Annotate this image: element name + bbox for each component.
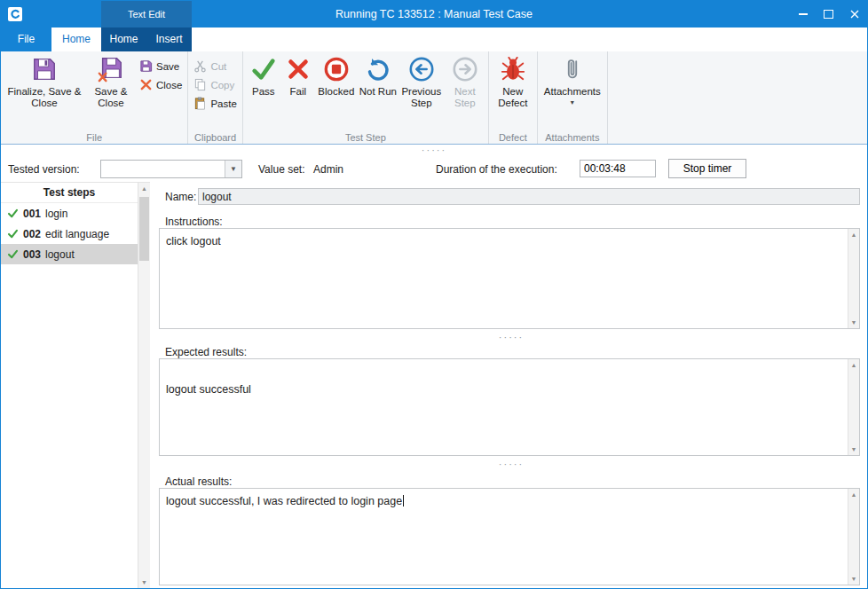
steps-scrollbar[interactable]: ▲ ▼ bbox=[138, 183, 150, 588]
name-label: Name: bbox=[165, 191, 196, 203]
app-window: Running TC 133512 : Manual Test Case Tex… bbox=[0, 0, 868, 589]
save-icon bbox=[139, 59, 153, 73]
scroll-down-arrow-icon[interactable]: ▼ bbox=[138, 579, 150, 585]
attachments-dropdown-arrow-icon[interactable]: ▾ bbox=[571, 99, 574, 106]
not-run-button[interactable]: Not Run bbox=[358, 54, 398, 98]
expected-results-scrollbar[interactable]: ▲ ▼ bbox=[848, 359, 859, 455]
next-step-button: Next Step bbox=[445, 54, 485, 109]
passed-check-icon bbox=[7, 248, 19, 260]
test-step-group-label: Test Step bbox=[243, 132, 488, 143]
scroll-up-arrow-icon[interactable]: ▲ bbox=[138, 185, 150, 192]
instructions-scrollbar[interactable]: ▲ ▼ bbox=[848, 229, 859, 328]
chevron-down-icon: ▼ bbox=[230, 165, 237, 173]
scroll-down-arrow-icon[interactable]: ▼ bbox=[848, 319, 859, 326]
paste-button[interactable]: Paste bbox=[191, 94, 239, 113]
stop-timer-button[interactable]: Stop timer bbox=[668, 159, 746, 178]
instructions-label: Instructions: bbox=[165, 216, 223, 228]
save-close-icon bbox=[98, 56, 124, 82]
blocked-button[interactable]: Blocked bbox=[315, 54, 358, 98]
actual-results-label: Actual results: bbox=[165, 475, 232, 488]
save-close-button[interactable]: Save & Close bbox=[85, 54, 137, 109]
text-cursor bbox=[403, 495, 404, 507]
test-steps-panel: Test steps 001 login 002 edit language 0… bbox=[1, 182, 150, 588]
not-run-reset-icon bbox=[365, 56, 391, 82]
maximize-button[interactable] bbox=[816, 1, 841, 27]
scroll-up-arrow-icon[interactable]: ▲ bbox=[848, 491, 859, 498]
duration-label: Duration of the execution: bbox=[436, 163, 557, 176]
blocked-stop-icon bbox=[323, 56, 350, 82]
close-button[interactable]: Close bbox=[137, 75, 185, 94]
value-set-value: Admin bbox=[313, 163, 343, 176]
not-run-label: Not Run bbox=[359, 86, 397, 98]
test-step-item-002[interactable]: 002 edit language bbox=[1, 224, 138, 244]
scroll-down-arrow-icon[interactable]: ▼ bbox=[848, 576, 859, 582]
save-label: Save bbox=[156, 61, 179, 72]
expected-results-label: Expected results: bbox=[165, 346, 247, 358]
next-step-label: Next Step bbox=[445, 86, 485, 109]
previous-step-button[interactable]: Previous Step bbox=[398, 54, 445, 109]
step-number: 003 bbox=[23, 248, 41, 261]
scroll-up-arrow-icon[interactable]: ▲ bbox=[848, 362, 859, 368]
tab-file[interactable]: File bbox=[1, 27, 51, 51]
window-controls bbox=[790, 1, 867, 27]
duration-input[interactable] bbox=[580, 160, 656, 177]
close-icon bbox=[139, 78, 153, 91]
actual-results-textbox[interactable]: logout successful, I was redirected to l… bbox=[159, 488, 860, 585]
copy-button: Copy bbox=[191, 75, 239, 94]
cut-label: Cut bbox=[210, 61, 226, 72]
tested-version-label: Tested version: bbox=[8, 163, 80, 176]
file-group-label: File bbox=[1, 132, 187, 143]
close-window-button[interactable] bbox=[841, 1, 867, 27]
tested-version-combo[interactable]: ▼ bbox=[100, 160, 242, 178]
attachments-label: Attachments bbox=[544, 86, 601, 98]
name-input[interactable] bbox=[198, 188, 860, 205]
step-label: logout bbox=[45, 248, 75, 261]
expected-splitter[interactable]: ····· bbox=[155, 459, 867, 469]
pass-label: Pass bbox=[252, 86, 275, 98]
scroll-up-arrow-icon[interactable]: ▲ bbox=[848, 232, 859, 238]
pass-button[interactable]: Pass bbox=[246, 54, 281, 98]
finalize-save-close-label: Finalize, Save & Close bbox=[4, 86, 85, 109]
new-defect-button[interactable]: New Defect bbox=[492, 54, 534, 109]
expected-results-textbox[interactable]: logout successful ▲ ▼ bbox=[159, 358, 860, 456]
tab-contextual-home[interactable]: Home bbox=[101, 27, 146, 51]
attachments-group-label: Attachments bbox=[538, 132, 607, 143]
scroll-down-arrow-icon[interactable]: ▼ bbox=[848, 446, 859, 452]
actual-results-value: logout successful, I was redirected to l… bbox=[166, 495, 402, 507]
ribbon-group-defect: New Defect Defect bbox=[489, 51, 538, 144]
passed-check-icon bbox=[7, 208, 19, 219]
ribbon-splitter[interactable]: ····· bbox=[1, 145, 867, 155]
paste-label: Paste bbox=[210, 98, 236, 109]
save-button[interactable]: Save bbox=[137, 57, 185, 75]
tab-home[interactable]: Home bbox=[51, 27, 101, 51]
passed-check-icon bbox=[7, 228, 19, 240]
clipboard-group-label: Clipboard bbox=[188, 132, 241, 143]
ribbon-group-file: Finalize, Save & Close Save & Close bbox=[1, 51, 188, 144]
tested-version-dropdown-button[interactable]: ▼ bbox=[225, 161, 241, 177]
pass-check-icon bbox=[250, 56, 277, 82]
ribbon: Finalize, Save & Close Save & Close bbox=[1, 51, 867, 145]
fail-label: Fail bbox=[290, 86, 307, 98]
fail-button[interactable]: Fail bbox=[281, 54, 315, 98]
test-step-item-003[interactable]: 003 logout bbox=[1, 244, 138, 264]
minimize-button[interactable] bbox=[790, 1, 816, 27]
fail-x-icon bbox=[285, 56, 312, 82]
next-step-arrow-icon bbox=[452, 56, 478, 82]
expected-results-text: logout successful bbox=[160, 359, 859, 401]
scrollbar-thumb[interactable] bbox=[139, 197, 149, 261]
close-label: Close bbox=[156, 80, 182, 90]
copy-label: Copy bbox=[210, 80, 234, 90]
ribbon-group-attachments: Attachments ▾ Attachments bbox=[538, 51, 608, 144]
attachments-button[interactable]: Attachments ▾ bbox=[541, 54, 604, 106]
finalize-save-close-button[interactable]: Finalize, Save & Close bbox=[4, 54, 85, 109]
app-icon[interactable] bbox=[7, 6, 23, 22]
save-close-label: Save & Close bbox=[85, 86, 137, 109]
tested-version-input[interactable] bbox=[101, 161, 224, 177]
tab-contextual-insert[interactable]: Insert bbox=[146, 27, 192, 51]
blocked-label: Blocked bbox=[318, 86, 354, 98]
contextual-tabs: Home Insert bbox=[101, 27, 192, 51]
instructions-splitter[interactable]: ····· bbox=[155, 332, 867, 342]
actual-results-scrollbar[interactable]: ▲ ▼ bbox=[848, 489, 859, 585]
instructions-textbox[interactable]: click logout ▲ ▼ bbox=[159, 228, 860, 329]
test-step-item-001[interactable]: 001 login bbox=[1, 203, 138, 224]
